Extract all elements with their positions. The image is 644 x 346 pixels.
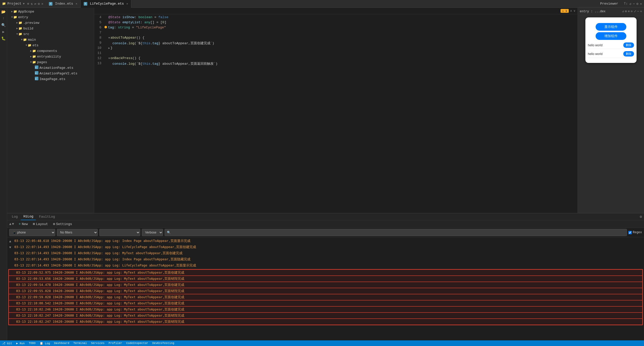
bottom-tab-faultlog-label: FaultLog (39, 215, 55, 219)
filter-select[interactable]: No filters (57, 229, 98, 236)
tab-index-close-icon[interactable]: ✕ (76, 2, 78, 5)
bottom-settings-gear-icon[interactable]: ⚙ (640, 215, 642, 219)
preview-show-btn[interactable]: 显示组件 (596, 23, 626, 31)
status-terminal-label[interactable]: Terminal (73, 342, 87, 345)
previewer-zoom-in-icon[interactable]: ⊕ (628, 9, 630, 13)
warning-down-icon[interactable]: ∨ (574, 9, 575, 13)
previewer-fullscreen-icon[interactable]: ⤢ (634, 9, 636, 13)
sidebar-icon-commit[interactable]: ↑ (1, 15, 7, 21)
line-num-10: 10 (94, 46, 104, 50)
arrow-up-icon[interactable]: ▲ (9, 222, 11, 226)
line-num-8: 8 (94, 36, 104, 40)
components-label: components (37, 49, 57, 53)
code-line-6: 6 tag: string = "LifeCyclePage" (94, 26, 577, 31)
search-input[interactable] (165, 229, 627, 236)
log-entry-10: 03-13 22:10:00.542 19420-20600 I A0c0d0/… (9, 300, 642, 306)
previewer-layout-icon[interactable]: ⊞ (625, 9, 627, 13)
layout-icon[interactable]: ⇅ (31, 2, 33, 6)
regex-checkbox[interactable] (628, 231, 632, 234)
entryability-chevron-icon: ▶ (30, 55, 32, 58)
tree-item-main[interactable]: ▼ 📁 main (7, 37, 94, 42)
tree-item-pages[interactable]: ▼ 📁 pages (7, 59, 94, 65)
more-icon[interactable]: ⋯ (633, 2, 635, 6)
status-deveco-label[interactable]: DevEcoTesting (152, 342, 174, 345)
status-services-label[interactable]: Services (91, 342, 104, 345)
warning-up-icon[interactable]: ∧ (570, 9, 572, 13)
fold-12-icon[interactable]: ▼ (109, 57, 110, 60)
font-icon[interactable]: T↕ (624, 2, 628, 6)
preview-add-btn[interactable]: 增加组件 (596, 32, 626, 40)
tree-item-components[interactable]: ▶ 📁 components (7, 48, 94, 54)
settings-right-icon[interactable]: ⚙ (636, 2, 638, 6)
tree-item-ets[interactable]: ▼ 📁 ets (7, 42, 94, 48)
preview-row-1-delete-btn[interactable]: 删除 (623, 51, 634, 57)
status-git-icon[interactable]: ⎇ Git (2, 342, 12, 345)
status-log-label[interactable]: 📋 Log (40, 342, 50, 345)
fold-10-icon[interactable]: ▶ (109, 47, 110, 50)
sidebar-icon-search[interactable]: 🔍 (1, 22, 7, 28)
package-select[interactable] (99, 229, 140, 236)
src-folder-icon: 📁 (18, 32, 22, 36)
arrow-down-icon[interactable]: ▼ (12, 222, 14, 226)
verbose-select[interactable]: Verbose (142, 229, 163, 236)
diff-icon[interactable]: ⇌ (34, 2, 36, 6)
settings-button[interactable]: ⚙ Settings (51, 221, 73, 227)
status-run-label[interactable]: ▶ Run (16, 342, 25, 345)
device-select[interactable]: 📱 phone (9, 229, 55, 236)
line-content-9: console.log(`${this.tag} aboutToAppear,页… (104, 41, 214, 46)
new-button[interactable]: + New (17, 221, 29, 227)
status-dashboard-label[interactable]: Dashboard (54, 342, 69, 345)
log-entry-2-text: 03-13 22:07:14.493 19420-20600 I A0c0d0/… (14, 251, 183, 255)
tab-index[interactable]: E Index.ets ✕ (46, 0, 81, 8)
tree-item-animationpage[interactable]: E AnimationPage.ets (7, 65, 94, 71)
sidebar-icon-debug[interactable]: 🐛 (1, 35, 7, 41)
svg-text:E: E (35, 72, 37, 74)
log-entry-0-arrow: ▲ (9, 239, 14, 243)
preview-row-0-delete-btn[interactable]: 删除 (623, 42, 634, 48)
tab-lifecycle[interactable]: E LifeCyclePage.ets ✕ (81, 0, 131, 8)
previewer-rotate-icon[interactable]: ↺ (622, 9, 624, 13)
tree-item-imagepage[interactable]: E ImagePage.ets (7, 76, 94, 82)
preview-row-0-text: hello world (588, 43, 603, 47)
project-chevron-icon[interactable]: ▼ (23, 2, 25, 5)
regex-label: Regex (633, 231, 642, 234)
tree-item-appscope[interactable]: ▶ 📁 AppScope (7, 9, 94, 14)
log-entry-12-arrow (11, 314, 16, 318)
close-top-icon[interactable]: ✕ (41, 2, 44, 6)
previewer-zoom-out-icon[interactable]: ⊖ (631, 9, 632, 13)
entryability-folder-icon: 📁 (32, 55, 36, 59)
status-profiler-label[interactable]: Profiler (109, 342, 122, 345)
bottom-tab-settings-icon[interactable]: ⚙ (640, 215, 642, 219)
bottom-tab-log[interactable]: Log (9, 213, 20, 220)
fold-8-icon[interactable]: ▼ (109, 37, 110, 39)
add-icon[interactable]: ⊕ (27, 2, 29, 6)
tab-index-file-icon: E (49, 2, 52, 6)
close-right-icon[interactable]: ✕ (640, 2, 642, 6)
components-chevron-icon: ▶ (30, 49, 32, 52)
tree-item-entryability[interactable]: ▶ 📁 entryability (7, 54, 94, 59)
new-plus-icon: + (19, 222, 21, 226)
log-entry-9-arrow (11, 295, 16, 299)
line-content-12: ▼onBackPress() { (104, 56, 141, 60)
preview-row-1: hello world 删除 (588, 50, 634, 58)
left-sidebar: 📂 ↑ 🔍 ▶ 🐛 (0, 8, 7, 346)
settings-top-icon[interactable]: ⚙ (38, 2, 40, 6)
tree-item-entry[interactable]: ▼ 📁 entry (7, 14, 94, 20)
tree-item-preview[interactable]: ▶ 📁 .preview (7, 20, 94, 26)
bottom-tab-faultlog[interactable]: FaultLog (36, 213, 57, 220)
code-line-10: 10 ▶} (94, 46, 577, 51)
bottom-tab-hilog[interactable]: HiLog (21, 213, 36, 220)
tree-item-src[interactable]: ▼ 📁 src (7, 31, 94, 37)
previewer-close-icon[interactable]: ✕ (640, 9, 642, 13)
layout-button[interactable]: ⊞ Layout (31, 221, 50, 227)
tree-item-build[interactable]: ▶ 📁 build (7, 26, 94, 31)
log-entry-0-text: 03-13 22:05:48.618 19420-20600 I A0c0d0/… (14, 239, 190, 243)
tree-item-animationpagev2[interactable]: E AnimationPageV2.ets (7, 71, 94, 76)
previewer-more-icon[interactable]: ⋯ (637, 9, 639, 13)
status-todo-label[interactable]: TODO (29, 342, 35, 345)
status-codeinspector-label[interactable]: CodeInspector (126, 342, 148, 345)
tab-lifecycle-close-icon[interactable]: ✕ (126, 2, 128, 5)
refresh-icon[interactable]: ↺ (629, 2, 631, 6)
sidebar-icon-explorer[interactable]: 📂 (1, 9, 7, 15)
sidebar-icon-run[interactable]: ▶ (1, 29, 7, 35)
